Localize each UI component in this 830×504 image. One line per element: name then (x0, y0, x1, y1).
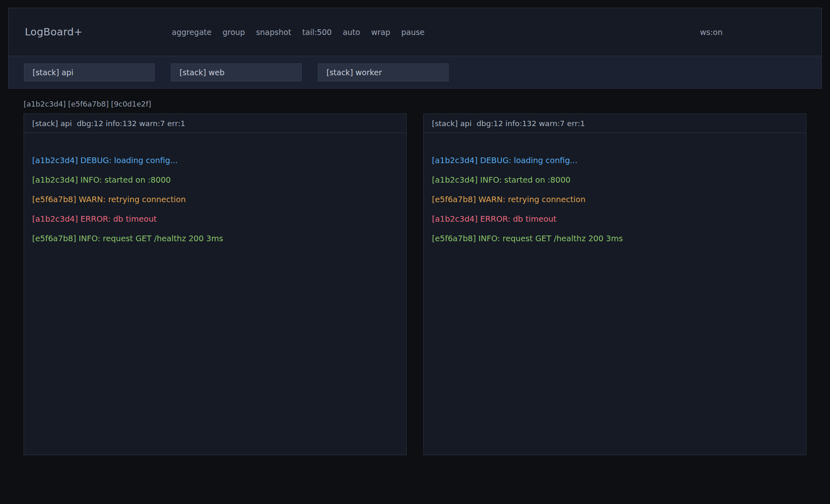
stack-tab-bar: [stack] api [stack] web [stack] worker (9, 56, 821, 88)
top-chrome: LogBoard+ aggregate group snapshot tail:… (8, 8, 822, 89)
tab-label: [stack] web (180, 68, 225, 77)
log-line: [e5f6a7b8] INFO: request GET /healthz 20… (432, 229, 798, 249)
log-panel-left: [stack] api dbg:12 info:132 warn:7 err:1… (24, 113, 407, 455)
trace-breadcrumb: [a1b2c3d4] [e5f6a7b8] [9c0d1e2f] (24, 100, 806, 108)
menu-item-tail[interactable]: tail:500 (302, 28, 332, 37)
log-line: [a1b2c3d4] DEBUG: loading config... (432, 151, 798, 170)
menu-item-auto[interactable]: auto (343, 28, 360, 37)
panel-title: [stack] api (432, 119, 472, 128)
ws-status-badge: ws:on (700, 28, 723, 37)
log-scroll-area[interactable]: [a1b2c3d4] DEBUG: loading config... [a1b… (24, 133, 406, 455)
log-line: [a1b2c3d4] INFO: started on :8000 (432, 170, 798, 190)
log-line: [a1b2c3d4] DEBUG: loading config... (32, 151, 398, 170)
menu-item-pause[interactable]: pause (401, 28, 425, 37)
log-line: [a1b2c3d4] ERROR: db timeout (32, 209, 398, 229)
panel-stats: dbg:12 info:132 warn:7 err:1 (477, 119, 585, 128)
log-panel-right: [stack] api dbg:12 info:132 warn:7 err:1… (423, 113, 806, 455)
menu-item-group[interactable]: group (223, 28, 245, 37)
tab-stack-worker[interactable]: [stack] worker (318, 63, 449, 81)
tab-stack-api[interactable]: [stack] api (24, 63, 155, 81)
menu-item-snapshot[interactable]: snapshot (256, 28, 291, 37)
tab-label: [stack] api (33, 68, 73, 77)
menu-item-aggregate[interactable]: aggregate (172, 28, 212, 37)
panel-grid: [stack] api dbg:12 info:132 warn:7 err:1… (24, 113, 806, 455)
header-bar: LogBoard+ aggregate group snapshot tail:… (9, 8, 821, 56)
log-line: [e5f6a7b8] WARN: retrying connection (32, 190, 398, 209)
log-line: [e5f6a7b8] WARN: retrying connection (432, 190, 798, 209)
panel-header: [stack] api dbg:12 info:132 warn:7 err:1 (24, 114, 406, 133)
toolbar-menu: aggregate group snapshot tail:500 auto w… (172, 28, 425, 37)
log-scroll-area[interactable]: [a1b2c3d4] DEBUG: loading config... [a1b… (424, 133, 806, 455)
log-line: [e5f6a7b8] INFO: request GET /healthz 20… (32, 229, 398, 249)
panel-stats: dbg:12 info:132 warn:7 err:1 (77, 119, 185, 128)
tab-label: [stack] worker (326, 68, 382, 77)
log-line: [a1b2c3d4] ERROR: db timeout (432, 209, 798, 229)
menu-item-wrap[interactable]: wrap (371, 28, 390, 37)
panel-header: [stack] api dbg:12 info:132 warn:7 err:1 (424, 114, 806, 133)
tab-stack-web[interactable]: [stack] web (171, 63, 302, 81)
panel-title: [stack] api (32, 119, 72, 128)
app-title: LogBoard+ (25, 26, 172, 38)
log-line: [a1b2c3d4] INFO: started on :8000 (32, 170, 398, 190)
